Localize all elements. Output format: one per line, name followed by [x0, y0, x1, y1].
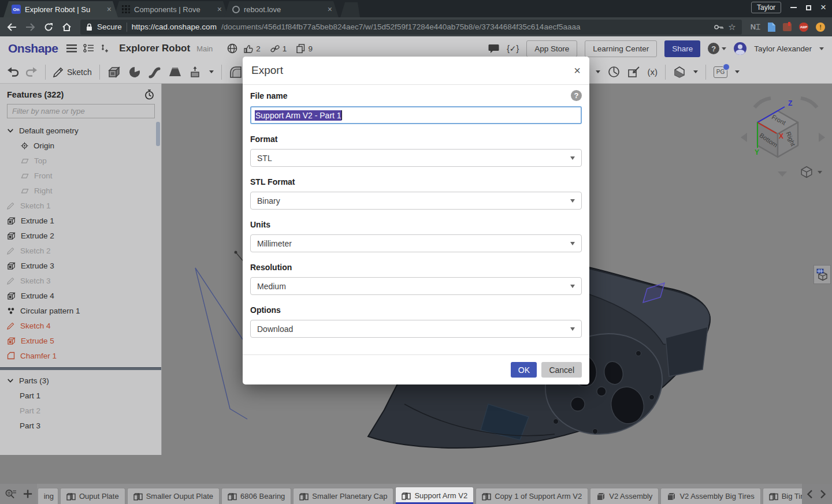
app-store-button[interactable]: App Store: [526, 40, 577, 57]
feature-item-right-plane[interactable]: Right: [0, 183, 161, 198]
avatar[interactable]: [734, 42, 746, 55]
workspace-label[interactable]: Main: [196, 44, 213, 53]
tab-close-icon[interactable]: ×: [105, 5, 113, 14]
links-stat[interactable]: 1: [270, 44, 287, 53]
bookmark-star-icon[interactable]: ☆: [728, 22, 736, 32]
stl-format-select[interactable]: Binary: [250, 192, 582, 210]
close-window-button[interactable]: ×: [820, 2, 826, 13]
feature-item-extrude-4[interactable]: Extrude 4: [0, 288, 161, 303]
learning-center-button[interactable]: Learning Center: [585, 40, 657, 57]
cancel-button[interactable]: Cancel: [541, 362, 582, 378]
element-tab-v2-assembly-big-tires[interactable]: V2 Assembly Big Tires: [660, 488, 760, 504]
help-menu[interactable]: ?: [708, 43, 726, 54]
restore-button[interactable]: [806, 5, 811, 10]
extrude-icon[interactable]: [107, 66, 121, 79]
part-item-1[interactable]: Part 1: [0, 388, 161, 403]
versions-icon[interactable]: [83, 44, 94, 53]
view-mode-button[interactable]: [800, 165, 822, 179]
browser-tab-explorer-robot[interactable]: On Explorer Robot | Su ×: [3, 1, 118, 17]
format-select[interactable]: STL: [250, 149, 582, 167]
new-tab-button[interactable]: [340, 2, 360, 17]
feature-item-chamfer-1[interactable]: Chamfer 1: [0, 348, 161, 363]
browser-tab-components[interactable]: Components | Rove ×: [114, 1, 228, 17]
copies-stat[interactable]: 9: [296, 44, 313, 53]
file-name-input[interactable]: Support Arm V2 - Part 1: [250, 106, 582, 124]
section-view-icon[interactable]: [673, 66, 686, 79]
share-button[interactable]: Share: [664, 40, 700, 57]
sweep-icon[interactable]: [148, 66, 161, 79]
back-icon[interactable]: [7, 23, 17, 31]
feature-filter-input[interactable]: [7, 104, 155, 118]
element-tab-copy-1-of-support-arm-v2[interactable]: Copy 1 of Support Arm V2: [476, 488, 588, 504]
element-tab-big-tire[interactable]: Big Tire: [763, 488, 802, 504]
options-select[interactable]: Download: [250, 320, 582, 338]
feature-item-extrude-1[interactable]: Extrude 1: [0, 213, 161, 228]
redo-icon[interactable]: [26, 66, 38, 77]
featurescript-icon[interactable]: {✓}: [507, 44, 519, 53]
element-tab-v2-assembly[interactable]: V2 Assembly: [590, 488, 659, 504]
element-tab-ouput-plate[interactable]: Ouput Plate: [60, 488, 125, 504]
undo-icon[interactable]: [7, 66, 18, 77]
feature-item-top-plane[interactable]: Top: [0, 153, 161, 168]
feature-item-extrude-3[interactable]: Extrude 3: [0, 258, 161, 273]
feature-item-sketch-2[interactable]: Sketch 2: [0, 243, 161, 258]
search-elements-icon[interactable]: [5, 488, 17, 500]
ok-button[interactable]: OK: [511, 362, 537, 378]
rollback-bar[interactable]: [0, 367, 161, 370]
url-bar[interactable]: Secure https://cad.onshape.com /document…: [80, 20, 742, 35]
chevron-down-icon[interactable]: [596, 70, 600, 73]
extension-warning-icon[interactable]: !: [816, 23, 825, 32]
adblock-icon[interactable]: ABP: [799, 23, 808, 32]
close-icon[interactable]: ×: [574, 65, 581, 76]
add-element-icon[interactable]: [23, 489, 32, 499]
comment-icon[interactable]: [488, 44, 499, 54]
resolution-select[interactable]: Medium: [250, 277, 582, 295]
scroll-tabs-left-icon[interactable]: [807, 490, 813, 499]
feature-item-sketch-4[interactable]: Sketch 4: [0, 318, 161, 333]
import-icon[interactable]: [627, 66, 640, 78]
fillet-icon[interactable]: [229, 66, 242, 79]
part-item-3[interactable]: Part 3: [0, 418, 161, 433]
display-states-button[interactable]: [814, 265, 831, 284]
tab-close-icon[interactable]: ×: [326, 5, 334, 14]
sketch-button[interactable]: Sketch: [53, 67, 92, 77]
feature-item-sketch-3[interactable]: Sketch 3: [0, 273, 161, 288]
extension-box-icon[interactable]: [783, 23, 792, 31]
revolve-icon[interactable]: [128, 66, 141, 79]
features-scrollbar[interactable]: [156, 122, 160, 146]
feature-item-sketch-1[interactable]: Sketch 1: [0, 198, 161, 213]
thicken-icon[interactable]: [189, 66, 202, 79]
feature-item-extrude-5[interactable]: Extrude 5: [0, 333, 161, 348]
tab-close-icon[interactable]: ×: [216, 5, 224, 14]
home-icon[interactable]: [62, 23, 72, 32]
chevron-down-icon[interactable]: [209, 70, 214, 73]
element-tab-smaller-planetary-cap[interactable]: Smaller Planetary Cap: [293, 488, 393, 504]
feature-item-circular-pattern-1[interactable]: Circular pattern 1: [0, 303, 161, 318]
extension-document-icon[interactable]: [768, 23, 775, 32]
key-icon[interactable]: [714, 24, 723, 30]
scroll-tabs-right-icon[interactable]: [820, 490, 826, 499]
loft-icon[interactable]: [169, 66, 181, 78]
variables-icon[interactable]: (x): [648, 67, 658, 77]
minimize-button[interactable]: [790, 7, 797, 8]
element-tab-clipped[interactable]: ing: [38, 488, 58, 504]
chevron-down-icon[interactable]: [735, 70, 740, 73]
chevron-down-icon[interactable]: [693, 70, 698, 73]
element-tab-6806-bearing[interactable]: 6806 Bearing: [221, 488, 291, 504]
part-item-2[interactable]: Part 2: [0, 403, 161, 418]
feature-item-extrude-2[interactable]: Extrude 2: [0, 228, 161, 243]
browser-tab-reboot-love[interactable]: reboot.love ×: [224, 1, 339, 17]
feature-item-front-plane[interactable]: Front: [0, 168, 161, 183]
element-tab-support-arm-v2[interactable]: Support Arm V2: [395, 487, 474, 504]
pg-badge[interactable]: PG: [714, 66, 727, 78]
likes-stat[interactable]: 2: [244, 44, 261, 53]
extension-n-icon[interactable]: N⌶: [751, 23, 760, 32]
help-icon[interactable]: ?: [571, 90, 582, 101]
reload-icon[interactable]: [44, 23, 53, 32]
mass-properties-icon[interactable]: [608, 66, 620, 78]
parts-section-header[interactable]: Parts (3): [0, 373, 161, 388]
browser-profile-button[interactable]: Taylor: [751, 2, 781, 13]
element-tab-smaller-ouput-plate[interactable]: Smaller Ouput Plate: [127, 488, 220, 504]
onshape-logo[interactable]: Onshape: [8, 42, 58, 55]
forward-icon[interactable]: [25, 23, 35, 31]
